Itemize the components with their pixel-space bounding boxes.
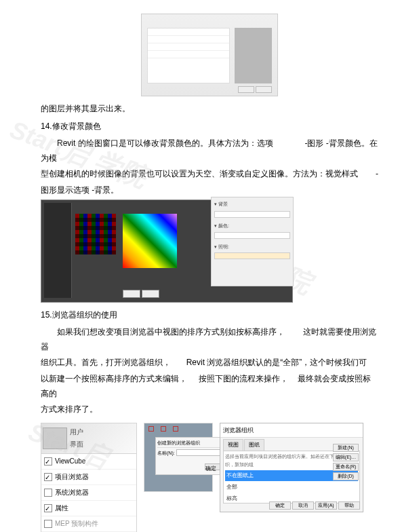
cancel-button[interactable]: 取消 <box>292 501 314 510</box>
checkbox[interactable] <box>44 520 52 528</box>
panel-type-label: 界面 <box>70 438 83 451</box>
checkbox[interactable] <box>44 489 52 497</box>
color-swatches <box>75 214 116 254</box>
checkbox-label: 属性 <box>55 502 68 514</box>
body-text: 以新建一个按照标高排序的方式来编辑， 按照下图的流程来操作， 最终就会变成按照标… <box>41 372 378 401</box>
color-gradient <box>123 214 177 268</box>
checkbox-label: 系统浏览器 <box>55 487 89 499</box>
delete-button[interactable]: 删除(D) <box>333 472 359 480</box>
checkbox[interactable] <box>44 473 52 481</box>
panel-thumb-icon <box>43 428 67 449</box>
checkbox-row[interactable]: MEP 预制构件 <box>41 516 136 532</box>
properties-panel: 用户 界面 ViewCube项目浏览器系统浏览器属性MEP 预制构件状态栏状态栏… <box>41 423 137 532</box>
dialog-screenshot-2: ▾ 背景 ▾ 颜色: ▾ 照明: <box>41 200 293 303</box>
dialog-title: 浏览器组织 <box>220 423 363 438</box>
apply-button[interactable]: 应用(A) <box>315 501 337 510</box>
checkbox-row[interactable]: ViewCube <box>41 454 136 470</box>
ok-button[interactable]: 确定 <box>205 463 221 470</box>
tab-views[interactable]: 视图 <box>223 439 243 451</box>
browser-org-dialog: 浏览器组织 视图 图纸 选择当前应用到项目浏览器的组织方案。如若还在下面编辑此组… <box>220 423 363 512</box>
body-text: 方式来排序了。 <box>41 402 378 417</box>
body-text: Revit 的绘图窗口是可以修改背景颜色的。具体方法为：选项 -图形 -背景颜色… <box>41 136 378 166</box>
heading-15: 15.浏览器组织的使用 <box>41 308 378 323</box>
body-text: 如果我们想改变项目浏览器中视图的排序方式别如按标高排序， 这时就需要使用浏览器 <box>41 325 378 354</box>
checkbox-label: MEP 预制构件 <box>55 518 98 530</box>
help-button[interactable]: 帮助 <box>338 501 360 510</box>
checkbox-label: 项目浏览器 <box>55 471 89 483</box>
plan-screenshot: 创建新的浏览器组织 名称(N): 确定 取消 <box>144 423 213 492</box>
body-text: 的图层并将其显示出来。 <box>41 102 378 117</box>
panel-type-label: 用户 <box>70 426 83 438</box>
checkbox-row[interactable]: 项目浏览器 <box>41 470 136 485</box>
body-text: 图形显示选项 -背景。 <box>41 183 378 198</box>
checkbox-row[interactable]: 属性 <box>41 501 136 516</box>
checkbox-label: ViewCube <box>55 455 85 468</box>
checkbox[interactable] <box>44 457 52 466</box>
body-text: 型创建相机的时候图像的背景也可以设置为天空、渐变或自定义图像。方法为：视觉样式 … <box>41 167 378 182</box>
name-label: 名称(N): <box>157 449 175 458</box>
dialog-screenshot-1 <box>141 14 278 96</box>
dialog-options-panel: ▾ 背景 ▾ 颜色: ▾ 照明: <box>211 197 294 286</box>
checkbox-row[interactable]: 系统浏览器 <box>41 485 136 501</box>
edit-button[interactable]: 编辑(E)… <box>333 453 359 461</box>
rename-button[interactable]: 重命名(R) <box>333 463 359 471</box>
heading-14: 14.修改背景颜色 <box>41 119 378 134</box>
ok-button[interactable]: 确定 <box>269 501 291 510</box>
new-button[interactable]: 新建(N) <box>333 444 359 452</box>
body-text: 组织工具。首先，打开浏览器组织， Revit 浏览器组织默认的是“全部”，这个时… <box>41 356 378 370</box>
checkbox[interactable] <box>44 504 52 512</box>
list-item[interactable]: 全部 <box>225 482 358 493</box>
tab-sheets[interactable]: 图纸 <box>244 439 264 451</box>
